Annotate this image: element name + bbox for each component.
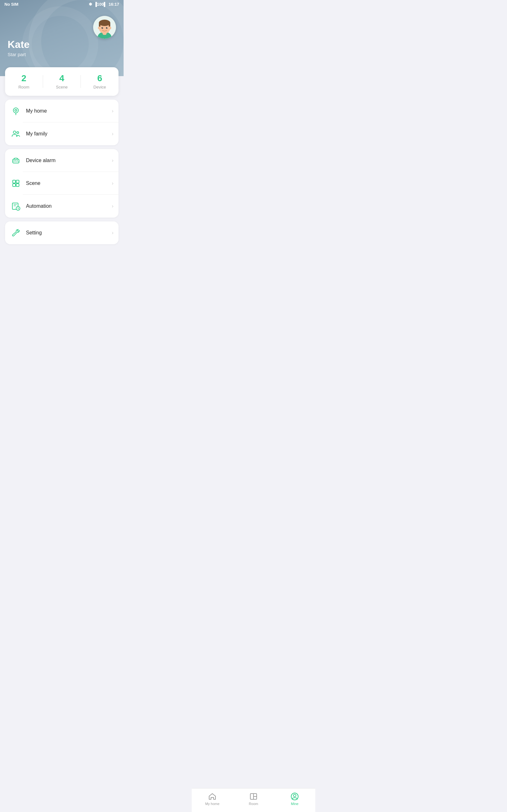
svg-rect-23 — [13, 180, 15, 183]
setting-icon — [10, 227, 21, 239]
bluetooth-icon: ✱ — [89, 2, 92, 7]
status-right: ✱ ▐100▌ 16:17 — [89, 2, 119, 7]
clock: 16:17 — [109, 2, 119, 7]
hero-section: Kate Star part — [0, 0, 124, 76]
chevron-icon: › — [112, 158, 113, 163]
svg-rect-26 — [16, 184, 19, 187]
hero-subtitle: Star part — [8, 52, 30, 57]
svg-point-11 — [98, 27, 100, 29]
svg-rect-25 — [13, 184, 15, 187]
setting-label: Setting — [26, 230, 112, 236]
main-content: 2 Room 4 Scene 6 Device My home › — [0, 67, 124, 280]
stat-room-number: 2 — [5, 73, 43, 84]
menu-item-setting[interactable]: Setting › — [5, 221, 118, 244]
chevron-icon: › — [112, 108, 113, 114]
card-alarm-scene-auto: Device alarm › Scene › — [5, 149, 118, 217]
location-icon — [10, 105, 21, 117]
menu-item-device-alarm[interactable]: Device alarm › — [5, 149, 118, 172]
chevron-icon: › — [112, 230, 113, 236]
my-family-label: My family — [26, 131, 112, 137]
card-setting: Setting › — [5, 221, 118, 244]
family-icon — [10, 128, 21, 140]
stat-scene-label: Scene — [43, 85, 81, 90]
avatar[interactable] — [93, 16, 116, 39]
svg-rect-5 — [99, 23, 101, 27]
svg-rect-17 — [13, 159, 19, 163]
scene-icon — [10, 177, 21, 189]
menu-item-automation[interactable]: Automation › — [5, 195, 118, 217]
stats-card: 2 Room 4 Scene 6 Device — [5, 67, 118, 96]
stat-device-label: Device — [81, 85, 118, 90]
svg-rect-24 — [16, 180, 19, 183]
svg-point-9 — [102, 28, 103, 28]
hero-username: Kate — [8, 39, 30, 50]
stat-device-number: 6 — [81, 73, 118, 84]
chevron-icon: › — [112, 131, 113, 137]
status-bar: No SIM ✱ ▐100▌ 16:17 — [0, 0, 124, 8]
menu-item-scene[interactable]: Scene › — [5, 172, 118, 195]
svg-point-15 — [13, 131, 16, 134]
stat-room: 2 Room — [5, 73, 43, 90]
svg-rect-19 — [15, 160, 16, 161]
svg-point-13 — [13, 108, 18, 113]
my-home-label: My home — [26, 108, 112, 114]
svg-rect-20 — [17, 160, 18, 161]
svg-rect-18 — [14, 160, 14, 161]
stat-scene-number: 4 — [43, 73, 81, 84]
svg-point-14 — [15, 109, 17, 111]
alarm-icon — [10, 155, 21, 166]
status-left: No SIM — [4, 2, 18, 7]
chevron-icon: › — [112, 181, 113, 186]
svg-point-16 — [17, 132, 19, 134]
svg-point-4 — [99, 20, 110, 26]
card-home-family: My home › My family › — [5, 100, 118, 145]
automation-icon — [10, 200, 21, 212]
stat-scene: 4 Scene — [43, 73, 81, 90]
hero-content: Kate Star part — [8, 39, 30, 57]
svg-point-12 — [109, 27, 111, 29]
battery-status: ▐100▌ — [94, 2, 107, 7]
menu-item-my-home[interactable]: My home › — [5, 100, 118, 122]
menu-item-my-family[interactable]: My family › — [5, 122, 118, 145]
stat-device: 6 Device — [81, 73, 118, 90]
svg-rect-6 — [109, 23, 110, 27]
stat-room-label: Room — [5, 85, 43, 90]
chevron-icon: › — [112, 203, 113, 209]
scene-label: Scene — [26, 181, 112, 186]
device-alarm-label: Device alarm — [26, 158, 112, 163]
automation-label: Automation — [26, 203, 112, 209]
svg-point-10 — [107, 28, 107, 28]
